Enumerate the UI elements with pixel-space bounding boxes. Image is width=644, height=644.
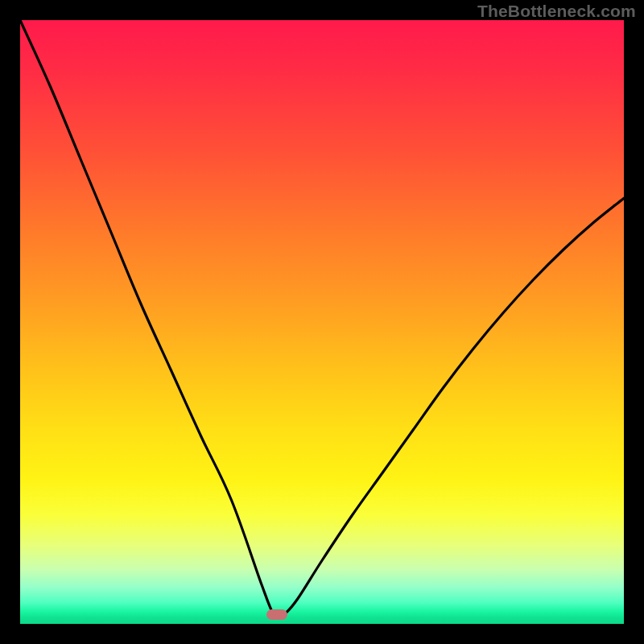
optimum-marker: [266, 609, 287, 620]
plot-area: [20, 20, 624, 624]
watermark-text: TheBottleneck.com: [477, 2, 636, 21]
bottleneck-curve: [20, 20, 624, 624]
chart-frame: TheBottleneck.com: [0, 0, 644, 644]
